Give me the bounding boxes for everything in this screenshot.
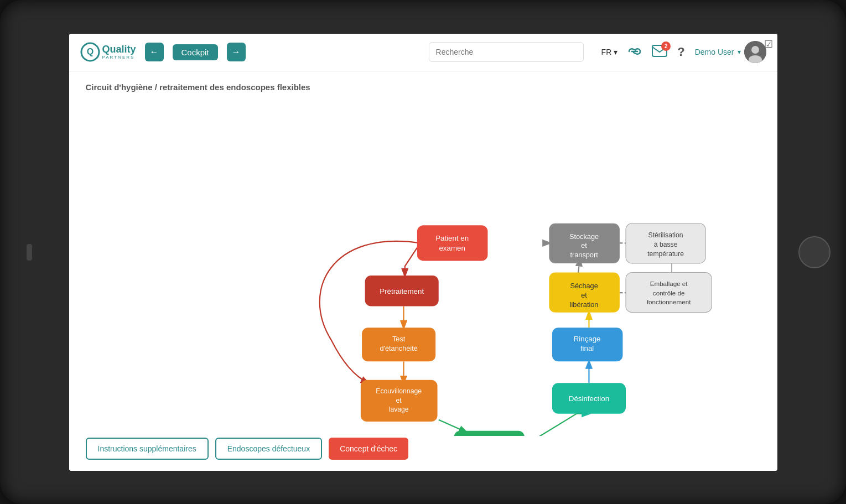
svg-text:lavage: lavage xyxy=(388,406,408,413)
logo-area: Q Quality PARTNERS xyxy=(80,42,136,62)
link-icon[interactable] xyxy=(627,45,642,59)
svg-text:et: et xyxy=(581,241,587,250)
user-chevron-icon: ▾ xyxy=(738,48,741,56)
svg-text:examen: examen xyxy=(439,243,465,252)
logo-partners-text: PARTNERS xyxy=(102,55,136,60)
bottom-buttons: Instructions supplémentaires Endoscopes … xyxy=(86,438,409,460)
logo-icon: Q xyxy=(80,42,100,62)
nav-back-button[interactable]: ← xyxy=(145,43,164,61)
content-inner: Circuit d'hygiène / retraitement des end… xyxy=(69,71,777,471)
node-patient[interactable] xyxy=(417,225,487,261)
endoscopes-button[interactable]: Endoscopes défectueux xyxy=(215,438,322,460)
mail-button[interactable]: 2 xyxy=(652,45,667,59)
header: Q Quality PARTNERS ← Cockpit → FR ▾ xyxy=(69,34,777,71)
svg-text:Emballage et: Emballage et xyxy=(650,279,688,287)
svg-text:contrôle de: contrôle de xyxy=(652,289,684,296)
tablet-screen: ☑ Q Quality PARTNERS ← Cockpit → FR xyxy=(69,34,777,471)
checkbox-icon[interactable]: ☑ xyxy=(764,38,773,50)
concept-button[interactable]: Concept d'échec xyxy=(329,438,408,460)
side-button-left[interactable] xyxy=(27,244,32,261)
svg-text:Ecouvillonnage: Ecouvillonnage xyxy=(376,387,422,395)
header-right: FR ▾ 2 ? xyxy=(601,41,766,63)
nav-forward-button[interactable]: → xyxy=(227,43,246,61)
side-button-right[interactable] xyxy=(798,236,831,268)
user-area[interactable]: Demo User ▾ xyxy=(695,41,766,63)
svg-text:et: et xyxy=(581,291,587,299)
user-avatar xyxy=(744,41,766,63)
svg-text:Test: Test xyxy=(392,334,405,342)
main-content: Circuit d'hygiène / retraitement des end… xyxy=(69,71,777,471)
mail-badge: 2 xyxy=(661,41,671,51)
svg-text:fonctionnement: fonctionnement xyxy=(646,298,691,305)
svg-text:final: final xyxy=(580,344,593,352)
svg-text:libération: libération xyxy=(569,300,598,308)
cockpit-button[interactable]: Cockpit xyxy=(173,44,218,60)
chevron-down-icon: ▾ xyxy=(614,48,617,56)
diagram-container: Patient en examen Stockage et transport … xyxy=(86,103,761,436)
svg-point-4 xyxy=(751,46,759,54)
svg-text:à basse: à basse xyxy=(653,240,677,248)
svg-text:Patient en: Patient en xyxy=(435,233,469,242)
tablet-frame: ☑ Q Quality PARTNERS ← Cockpit → FR xyxy=(0,0,846,504)
svg-text:Désinfection: Désinfection xyxy=(568,394,609,403)
search-input[interactable] xyxy=(429,42,584,62)
instructions-button[interactable]: Instructions supplémentaires xyxy=(86,438,209,460)
svg-text:Stockage: Stockage xyxy=(569,232,598,240)
help-icon[interactable]: ? xyxy=(677,45,684,59)
svg-text:Stérilisation: Stérilisation xyxy=(648,231,683,239)
svg-text:Rinçage: Rinçage xyxy=(573,334,600,342)
svg-text:et: et xyxy=(396,396,402,404)
svg-text:d'étanchéité: d'étanchéité xyxy=(380,344,417,352)
process-diagram: Patient en examen Stockage et transport … xyxy=(86,103,761,436)
svg-text:Prétraitement: Prétraitement xyxy=(380,287,424,295)
language-selector[interactable]: FR ▾ xyxy=(601,48,618,56)
node-rincage[interactable] xyxy=(454,430,525,435)
svg-text:transport: transport xyxy=(570,250,598,258)
svg-text:Q: Q xyxy=(86,47,93,56)
user-name: Demo User xyxy=(695,48,734,56)
logo-quality-text: Quality xyxy=(102,44,136,55)
svg-text:température: température xyxy=(647,250,684,257)
page-title: Circuit d'hygiène / retraitement des end… xyxy=(86,82,761,92)
svg-text:Séchage: Séchage xyxy=(570,282,598,290)
